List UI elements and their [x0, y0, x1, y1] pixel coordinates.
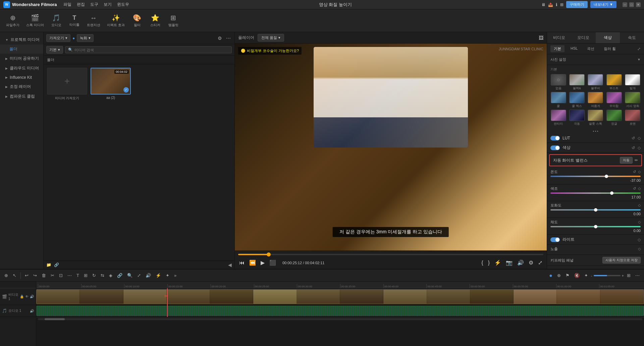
tl-audio-track[interactable] — [36, 305, 644, 317]
zoom-slider[interactable] — [594, 275, 621, 276]
preset-none[interactable]: ○ 없음 — [550, 74, 567, 91]
temp-expand-icon[interactable]: ◇ — [638, 170, 641, 174]
tl-audio-clip[interactable] — [36, 306, 644, 316]
menu-window[interactable]: 윈도우 — [117, 2, 129, 7]
light-expand-icon[interactable]: ◇ — [638, 237, 641, 242]
media-item-add[interactable]: + 미디어 가져오기 — [47, 68, 87, 257]
light-toggle[interactable] — [550, 237, 560, 242]
sidebar-item-cloud-media[interactable]: ▶ 클라우드 미디어 — [0, 63, 43, 73]
collapse-icon[interactable]: ◀ — [228, 262, 232, 268]
preset-warm[interactable]: 여름게 — [587, 92, 604, 108]
import-dropdown[interactable]: 가져오기 ▾ — [46, 34, 70, 42]
profile-button[interactable]: 내보내기 ▼ — [590, 1, 616, 8]
maximize-button[interactable]: □ — [629, 2, 634, 7]
tl-video-clip[interactable] — [36, 289, 644, 304]
filter-icon-btn[interactable]: ⚙ — [217, 35, 223, 42]
media-thumb-add[interactable]: + — [47, 68, 87, 95]
exposure-expand-icon[interactable]: ◇ — [638, 247, 641, 251]
search-input[interactable] — [74, 48, 229, 52]
color-expand-icon[interactable]: ◇ — [638, 146, 641, 150]
preset-cool[interactable]: 쿨 — [550, 92, 567, 108]
preset-dream[interactable]: 우아함 — [605, 92, 623, 108]
temp-reset-icon[interactable]: ↺ — [633, 170, 636, 174]
mark-out-button[interactable]: } — [487, 259, 491, 267]
preset-jungle[interactable]: 정글 — [605, 110, 623, 126]
preset-cinematic[interactable]: 서사 영화 — [624, 92, 641, 108]
split-button[interactable]: ⚡ — [493, 258, 502, 267]
sidebar-item-folder[interactable]: 폴더 — [0, 45, 43, 54]
toolbar-transition[interactable]: ↔ 트랜지션 — [84, 13, 103, 29]
tl-delete-button[interactable]: 🗑 — [40, 272, 48, 279]
tl-effect-button[interactable]: ⚡ — [154, 272, 163, 279]
tl-record-button[interactable]: ● — [547, 272, 554, 280]
tl-lock-icon[interactable]: 🔒 — [20, 295, 24, 298]
toolbar-template[interactable]: ⊞ 템플릿 — [165, 12, 182, 29]
tl-mute-button[interactable]: 🔇 — [573, 272, 581, 279]
toolbar-file-add[interactable]: ⊕ 파일추가 — [3, 12, 22, 29]
vib-slider-track[interactable] — [550, 226, 641, 227]
vib-expand-icon[interactable]: ◇ — [638, 220, 641, 224]
stop-button[interactable]: ⬛ — [268, 258, 277, 267]
tl-clip-button[interactable]: ⊞ — [82, 272, 89, 279]
minimize-button[interactable]: ─ — [623, 2, 627, 7]
tl-text-button[interactable]: T — [75, 272, 81, 279]
tl-snap-button[interactable]: ⊕ — [555, 272, 562, 279]
save-custom-button[interactable]: 사용자 지정으로 저장 — [602, 257, 641, 264]
tl-scrollbar-thumb[interactable] — [45, 318, 65, 320]
tl-more-button[interactable]: ⋯ — [66, 272, 73, 279]
preset-drama[interactable]: 극동 — [568, 110, 585, 126]
preset-film[interactable]: 팔룻 스톡 — [587, 110, 604, 126]
tl-keyframe-button[interactable]: ◈ — [107, 272, 114, 279]
lut-expand-icon[interactable]: ◇ — [638, 136, 641, 140]
subtab-curves[interactable]: 곡선 — [584, 45, 598, 52]
auto-wb-button[interactable]: 자동 — [620, 157, 633, 164]
menu-edit[interactable]: 편집 — [77, 2, 85, 7]
tab-speed[interactable]: 속도 — [620, 32, 644, 43]
tl-ai-button[interactable]: ✦ — [164, 272, 171, 279]
zoom-plus-icon[interactable]: + — [622, 274, 624, 278]
temp-slider-track[interactable] — [550, 176, 641, 177]
photo-settings-section[interactable]: 사진 설정 ▼ — [547, 54, 644, 65]
tl-scrollbar-track[interactable] — [38, 318, 642, 320]
skip-back-button[interactable]: ⏮ — [238, 259, 246, 267]
lut-reset-icon[interactable]: ↺ — [632, 136, 635, 140]
toolbar-audio[interactable]: 🎵 오디오 — [48, 12, 65, 29]
play-button[interactable]: ▶ — [260, 258, 266, 267]
tint-reset-icon[interactable]: ↺ — [633, 186, 636, 191]
toolbar-sticker[interactable]: ⭐ 스티커 — [147, 12, 164, 29]
progress-bar-container[interactable] — [238, 252, 543, 256]
toolbar-effects[interactable]: ✨ 이펙트 효과 — [104, 12, 127, 29]
tl-select-button[interactable]: ↖ — [11, 272, 18, 279]
tl-link-button[interactable]: 🔗 — [115, 272, 124, 279]
toolbar-stock-media[interactable]: 🎬 스톡 미디어 — [23, 12, 47, 29]
media-item-video[interactable]: 00:04:02 ✓ aa (2) — [91, 68, 131, 257]
tl-video-track[interactable]: ✂ — [36, 288, 644, 305]
settings-button[interactable]: ⚙ — [528, 258, 534, 267]
close-button[interactable]: ✕ — [636, 2, 641, 7]
tab-video[interactable]: 비디오 — [547, 32, 571, 43]
subtab-color-wheel[interactable]: 컬러 휠 — [600, 45, 619, 52]
tl-more3-button[interactable]: ⋯ — [634, 272, 641, 279]
tab-audio[interactable]: 오디오 — [571, 32, 595, 43]
sidebar-item-media-share[interactable]: ▶ 미디어 공유하기 — [0, 54, 43, 63]
preset-fantasy[interactable]: 판타지 — [550, 110, 567, 126]
subtab-basic[interactable]: 기본 — [550, 45, 565, 52]
tl-expand-button[interactable]: ⤢ — [136, 272, 143, 279]
quality-dropdown[interactable]: 전체 품질 ▾ — [258, 34, 284, 42]
fullscreen-button[interactable]: ⤢ — [537, 258, 543, 267]
tl-cut-button[interactable]: ✂ — [49, 272, 56, 279]
menu-view[interactable]: 보기 — [104, 2, 112, 7]
tl-more2-button[interactable]: » — [172, 272, 178, 279]
tl-magnify-button[interactable]: 🔍 — [125, 272, 134, 279]
tint-expand-icon[interactable]: ◇ — [638, 186, 641, 191]
preset-boost[interactable]: 부스트 — [605, 74, 623, 91]
subtab-hsl[interactable]: HSL — [567, 45, 581, 52]
record-dropdown[interactable]: 녹화 ▾ — [77, 34, 94, 42]
tl-reverse-button[interactable]: ⇆ — [99, 272, 106, 279]
volume-button[interactable]: 🔊 — [516, 258, 525, 267]
tl-scrollbar[interactable] — [36, 317, 644, 321]
menu-file[interactable]: 파일 — [63, 2, 71, 7]
tl-redo-button[interactable]: ↪ — [32, 272, 39, 279]
menu-tools[interactable]: 도구 — [90, 2, 98, 7]
sat-slider-track[interactable] — [550, 209, 641, 211]
